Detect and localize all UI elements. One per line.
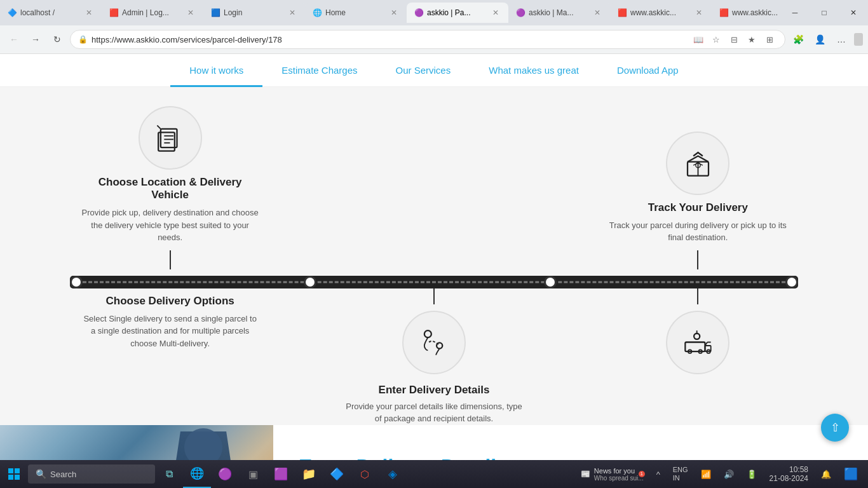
tab-askkio-parcel[interactable]: 🟣 askkio | Pa... ✕ (407, 3, 508, 23)
tab-favicon-askkio: 🟣 (414, 8, 423, 17)
maximize-button[interactable]: □ (810, 0, 839, 27)
news-sub: Who spread sui... (594, 475, 644, 482)
close-button[interactable]: ✕ (839, 0, 868, 27)
nav-download-app[interactable]: Download App (598, 54, 698, 87)
road-dot-1 (70, 276, 83, 288)
chevron-up-sys-icon: ^ (656, 470, 660, 479)
extensions-button[interactable]: 🧩 (789, 30, 807, 48)
news-notification[interactable]: 1 📰 News for you Who spread sui... (576, 467, 649, 482)
taskbar-explorer[interactable]: 📁 (295, 460, 323, 488)
minimize-button[interactable]: ─ (780, 0, 810, 27)
road-section (70, 269, 798, 295)
favorites-icon[interactable]: ★ (744, 32, 759, 47)
svg-rect-19 (15, 468, 20, 473)
bottom-content: Enter Delivery Details Enter your packag… (273, 425, 868, 461)
taskbar-notifications-bell[interactable]: 🔔 (816, 460, 836, 488)
tab-close-askkic1[interactable]: ✕ (694, 8, 704, 18)
battery-icon: 🔋 (747, 470, 757, 479)
track-delivery-desc: Track your parcel during delivery or pic… (609, 219, 787, 244)
taskbar-taskview[interactable]: ⧉ (155, 460, 183, 488)
tab-home[interactable]: 🌐 Home ✕ (305, 3, 407, 23)
choose-location-title: Choose Location & Delivery Vehicle (81, 176, 259, 201)
settings-button[interactable]: … (832, 30, 850, 48)
delivery-image (0, 425, 273, 461)
tab-close-admin[interactable]: ✕ (186, 8, 196, 18)
nav-what-makes-us-great[interactable]: What makes us great (470, 54, 598, 87)
site-nav: How it works Estimate Charges Our Servic… (0, 54, 868, 87)
taskbar-hidden-icons[interactable]: ^ (651, 460, 665, 488)
taskbar-terminal[interactable]: ▣ (239, 460, 267, 488)
tab-askkic2[interactable]: 🟥 www.askkic... ✕ (712, 3, 780, 23)
chevron-up-icon: ⇧ (831, 421, 840, 435)
taskview-icon: ⧉ (166, 468, 173, 480)
tab-close-askkio[interactable]: ✕ (491, 8, 501, 18)
delivery-details-icon-circle (402, 311, 466, 374)
tab-close-home[interactable]: ✕ (389, 8, 399, 18)
tab-login[interactable]: 🟦 Login ✕ (203, 3, 305, 23)
copilot-icon: 🟦 (844, 467, 858, 481)
tab-admin[interactable]: 🟥 Admin | Log... ✕ (102, 3, 203, 23)
tab-localhost[interactable]: 🔷 localhost / ✕ (0, 3, 102, 23)
enter-delivery-desc: Provide your parcel details like dimensi… (345, 400, 523, 425)
tab-askkio-ma[interactable]: 🟣 askkio | Ma... ✕ (508, 3, 610, 23)
news-headline: News for you (594, 467, 644, 475)
taskbar-vscode[interactable]: ◈ (379, 460, 407, 488)
taskbar-wifi[interactable]: 📶 (696, 460, 716, 488)
taskbar-volume[interactable]: 🔊 (719, 460, 739, 488)
taskbar-battery[interactable]: 🔋 (742, 460, 762, 488)
nav-our-services[interactable]: Our Services (377, 54, 470, 87)
collections-icon[interactable]: ⊞ (762, 32, 777, 47)
taskbar-app-purple[interactable]: 🟣 (211, 460, 239, 488)
postman-icon: ⬡ (360, 468, 369, 480)
track-delivery-title: Track Your Delivery (648, 201, 748, 214)
tab-close-localhost[interactable]: ✕ (84, 8, 94, 18)
start-button[interactable] (0, 460, 28, 488)
tab-askkic1[interactable]: 🟥 www.askkic... ✕ (610, 3, 712, 23)
taskbar-search-icon: 🔍 (36, 469, 46, 479)
split-icon[interactable]: ⊟ (726, 32, 742, 47)
app-purple-icon: 🟣 (218, 467, 232, 481)
taskbar-copilot[interactable]: 🟦 (839, 460, 863, 488)
bottom-spacer-right (609, 384, 787, 425)
tab-title-login: Login (224, 8, 283, 17)
tab-favicon-admin: 🟥 (109, 8, 118, 17)
timeline-top-row: Choose Location & Delivery Vehicle Provi… (38, 106, 830, 269)
back-button[interactable]: ← (5, 30, 23, 48)
taskbar-language[interactable]: ENGIN (668, 460, 693, 488)
taskbar-teams[interactable]: 🟪 (267, 460, 295, 488)
svg-point-8 (424, 330, 431, 337)
news-text: News for you Who spread sui... (594, 467, 644, 482)
clock-date: 21-08-2024 (770, 474, 808, 483)
language-label: ENGIN (673, 466, 688, 482)
news-icon: 📰 (581, 470, 590, 478)
edge2-icon: 🔷 (330, 467, 344, 481)
taskbar-edge-browser[interactable]: 🌐 (183, 460, 211, 488)
track-delivery-connector (697, 250, 698, 269)
browser-chrome: 🔷 localhost / ✕ 🟥 Admin | Log... ✕ 🟦 Log… (0, 0, 868, 54)
road-dot-3 (544, 276, 557, 288)
system-clock[interactable]: 10:58 21-08-2024 (764, 465, 813, 483)
address-icons: 📖 ☆ ⊟ ★ ⊞ (691, 32, 777, 47)
step-delivery-details-mid (345, 285, 523, 381)
nav-how-it-works[interactable]: How it works (170, 54, 262, 87)
taskbar-postman[interactable]: ⬡ (351, 460, 379, 488)
enter-delivery-label: Enter Delivery Details Provide your parc… (345, 384, 523, 425)
address-field[interactable]: 🔒 https://www.askkio.com/services/parcel… (70, 30, 785, 49)
tab-close-askkio-ma[interactable]: ✕ (592, 8, 602, 18)
taskbar-search-bar[interactable]: 🔍 Search (28, 464, 155, 484)
windows-logo-icon (8, 468, 20, 480)
forward-button[interactable]: → (27, 30, 44, 48)
tab-close-login[interactable]: ✕ (287, 8, 297, 18)
choose-location-connector (170, 250, 171, 269)
profile-button[interactable]: 👤 (811, 30, 829, 48)
tab-title-askkio: askkio | Pa... (427, 8, 487, 17)
reader-mode-icon[interactable]: 📖 (691, 32, 706, 47)
scroll-top-button[interactable]: ⇧ (821, 414, 849, 442)
bookmark-icon[interactable]: ☆ (709, 32, 724, 47)
address-bar-row: ← → ↻ 🔒 https://www.askkio.com/services/… (0, 25, 868, 53)
tab-title-localhost: localhost / (20, 8, 80, 17)
nav-estimate-charges[interactable]: Estimate Charges (262, 54, 376, 87)
refresh-button[interactable]: ↻ (48, 30, 66, 48)
taskbar-edge2[interactable]: 🔷 (323, 460, 351, 488)
svg-point-10 (694, 334, 700, 339)
